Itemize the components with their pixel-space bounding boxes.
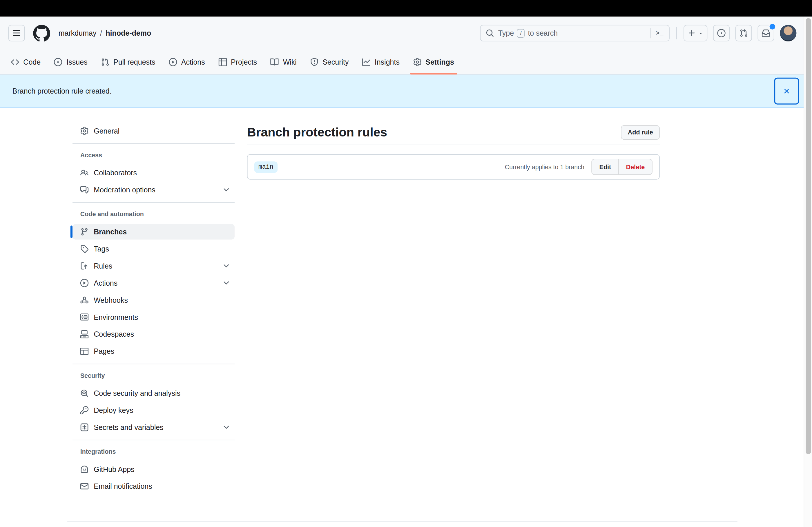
sidebar-divider: [72, 144, 235, 144]
sidebar-item-label: Collaborators: [94, 169, 137, 177]
play-icon: [80, 279, 89, 287]
tab-code[interactable]: Code: [6, 49, 46, 74]
code-icon: [11, 58, 19, 66]
sidebar-item-label: Pages: [94, 347, 114, 356]
sidebar-item-label: Moderation options: [94, 186, 156, 194]
header-divider: [676, 27, 677, 40]
issue-opened-icon: [54, 58, 63, 66]
search-input[interactable]: Type / to search >_: [480, 25, 670, 42]
search-placeholder-suffix: to search: [528, 29, 558, 37]
edit-rule-button[interactable]: Edit: [592, 159, 618, 175]
tab-settings[interactable]: Settings: [408, 49, 459, 74]
server-icon: [80, 313, 89, 321]
hamburger-menu-button[interactable]: [9, 25, 25, 42]
delete-rule-button[interactable]: Delete: [618, 159, 652, 175]
issue-opened-icon: [717, 29, 726, 37]
sidebar-item-rules[interactable]: Rules: [72, 258, 235, 274]
heading-divider: [247, 144, 660, 144]
triangle-down-icon: [697, 30, 703, 36]
chevron-down-icon: [222, 423, 231, 432]
tab-issues[interactable]: Issues: [49, 49, 93, 74]
github-mark-icon[interactable]: [33, 25, 50, 42]
tab-wiki[interactable]: Wiki: [265, 49, 302, 74]
codescan-icon: [80, 389, 89, 397]
sidebar-item-moderation-options[interactable]: Moderation options: [72, 182, 235, 198]
asterisk-icon: [80, 423, 89, 432]
sidebar-item-label: Codespaces: [94, 330, 134, 338]
create-new-button[interactable]: [683, 25, 707, 42]
add-rule-button[interactable]: Add rule: [621, 125, 660, 140]
breadcrumb-repo-link[interactable]: hinode-demo: [105, 29, 151, 37]
git-pull-request-icon: [101, 58, 109, 66]
sidebar-item-branches[interactable]: Branches: [72, 224, 235, 240]
sidebar-item-label: Actions: [94, 279, 117, 287]
tab-actions[interactable]: Actions: [163, 49, 210, 74]
sidebar-divider: [72, 202, 235, 203]
tab-projects[interactable]: Projects: [213, 49, 262, 74]
sidebar-section-access: Access: [72, 148, 235, 162]
sidebar-item-label: Deploy keys: [94, 406, 133, 415]
sidebar-item-deploy-keys[interactable]: Deploy keys: [72, 403, 235, 418]
github-settings-page: markdumay / hinode-demo Type / to search…: [0, 0, 812, 527]
sidebar-item-webhooks[interactable]: Webhooks: [72, 292, 235, 308]
sidebar-item-secrets-and-variables[interactable]: Secrets and variables: [72, 420, 235, 435]
people-icon: [80, 169, 89, 177]
gear-icon: [80, 126, 89, 135]
rule-icon: [80, 262, 89, 270]
repo-nav: Code Issues Pull requests Actions Projec…: [0, 49, 812, 74]
unread-notification-dot: [768, 23, 776, 31]
sidebar-section-integrations: Integrations: [72, 445, 235, 458]
sidebar-item-general[interactable]: General: [72, 123, 235, 139]
tab-label: Insights: [375, 58, 400, 66]
rule-status-text: Currently applies to 1 branch: [505, 163, 584, 170]
codespaces-icon: [80, 330, 89, 338]
header-row: markdumay / hinode-demo Type / to search…: [0, 16, 812, 49]
tab-security[interactable]: Security: [305, 49, 354, 74]
sidebar-item-codespaces[interactable]: Codespaces: [72, 327, 235, 342]
sidebar-item-github-apps[interactable]: GitHub Apps: [72, 462, 235, 477]
branch-protection-main: Branch protection rules Add rule main Cu…: [247, 107, 660, 179]
sidebar-item-email-notifications[interactable]: Email notifications: [72, 479, 235, 494]
play-icon: [169, 58, 177, 66]
chevron-down-icon: [222, 279, 231, 287]
tab-label: Issues: [67, 58, 87, 66]
tab-label: Pull requests: [113, 58, 156, 66]
avatar[interactable]: [780, 25, 796, 42]
sidebar-item-environments[interactable]: Environments: [72, 310, 235, 325]
sidebar-item-label: Branches: [94, 228, 127, 236]
git-pull-request-icon: [740, 29, 748, 37]
breadcrumb: markdumay / hinode-demo: [59, 29, 151, 37]
rule-actions-group: Edit Delete: [592, 159, 652, 175]
tab-pull-requests[interactable]: Pull requests: [96, 49, 160, 74]
sidebar-divider: [72, 364, 235, 364]
book-icon: [271, 58, 279, 66]
breadcrumb-owner-link[interactable]: markdumay: [59, 29, 97, 37]
issues-dashboard-button[interactable]: [713, 25, 730, 42]
inbox-icon: [762, 29, 770, 37]
settings-content: General Access Collaborators Moderation …: [0, 107, 812, 527]
git-branch-icon: [80, 228, 89, 236]
sidebar-item-pages[interactable]: Pages: [72, 344, 235, 359]
webhook-icon: [80, 296, 89, 304]
terminal-icon[interactable]: >_: [656, 30, 664, 37]
scrollbar-thumb[interactable]: [806, 18, 811, 454]
flash-message: Branch protection rule created.: [13, 87, 112, 95]
sidebar-item-collaborators[interactable]: Collaborators: [72, 165, 235, 181]
sidebar-item-label: Secrets and variables: [94, 423, 163, 432]
graph-icon: [362, 58, 371, 66]
tab-label: Wiki: [283, 58, 297, 66]
page-scrollbar[interactable]: [803, 16, 812, 527]
sidebar-item-tags[interactable]: Tags: [72, 241, 235, 257]
sidebar-item-code-security-and-analysis[interactable]: Code security and analysis: [72, 385, 235, 401]
search-placeholder-prefix: Type: [498, 29, 514, 37]
gear-icon: [413, 58, 421, 66]
sidebar-item-actions[interactable]: Actions: [72, 275, 235, 291]
plus-icon: [687, 29, 696, 37]
tab-insights[interactable]: Insights: [357, 49, 405, 74]
branch-rule-row: main Currently applies to 1 branch Edit …: [247, 154, 660, 180]
banner-close-button[interactable]: [774, 77, 799, 104]
pull-requests-dashboard-button[interactable]: [736, 25, 752, 42]
settings-sidebar: General Access Collaborators Moderation …: [72, 107, 235, 495]
chevron-down-icon: [222, 186, 231, 194]
browser-icon: [80, 347, 89, 356]
